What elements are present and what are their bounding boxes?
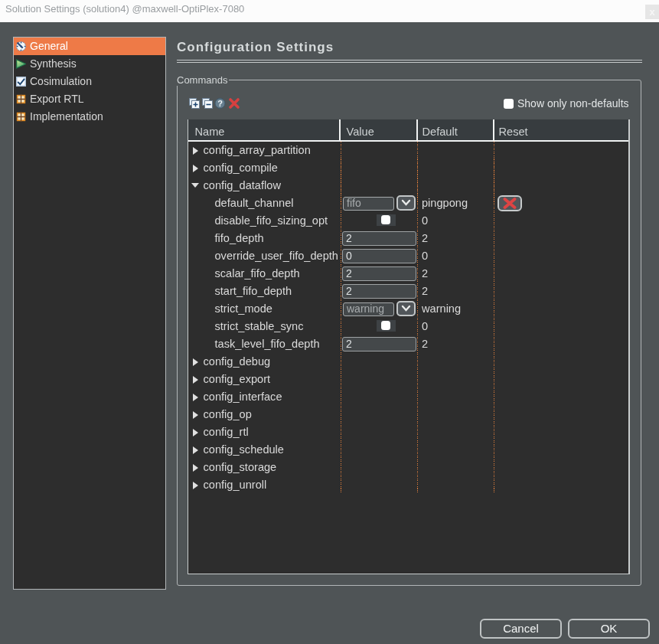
svg-text:?: ? (217, 99, 223, 108)
